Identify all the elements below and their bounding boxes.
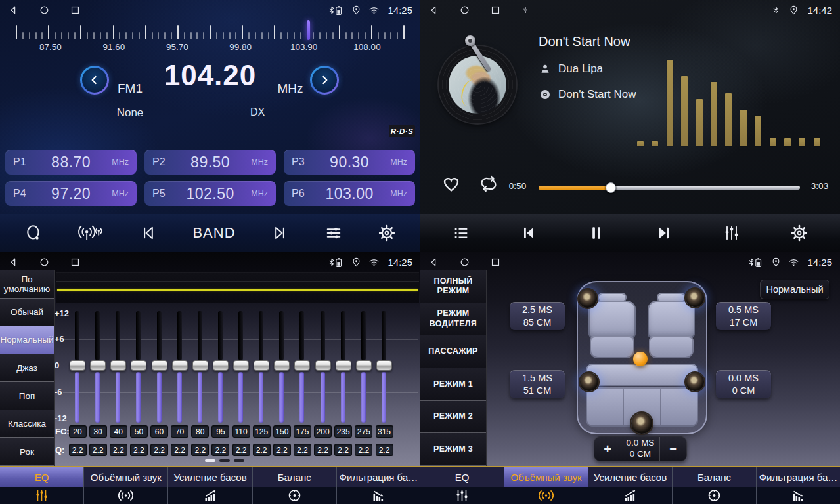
preset-button-p1[interactable]: P188.70MHz <box>5 150 137 175</box>
tab-balance[interactable]: Баланс <box>253 467 337 504</box>
tab-eq[interactable]: EQ <box>0 467 84 504</box>
slider-thumb[interactable] <box>315 360 331 371</box>
fc-value[interactable]: 95 <box>211 425 229 438</box>
pause-button[interactable] <box>587 224 606 242</box>
tab-bass-boost[interactable]: Усиление басов <box>588 467 673 504</box>
q-value[interactable]: 2.2 <box>376 444 393 456</box>
home-icon[interactable] <box>39 5 50 16</box>
recents-icon[interactable] <box>490 257 501 268</box>
tune-down-button[interactable] <box>80 66 109 94</box>
home-icon[interactable] <box>459 257 470 268</box>
tab-balance[interactable]: Баланс <box>673 467 757 504</box>
soundfield-mode-item[interactable]: РЕЖИМ 1 <box>420 368 486 401</box>
q-value[interactable]: 2.2 <box>150 444 168 456</box>
slider-thumb[interactable] <box>152 360 167 371</box>
back-icon[interactable] <box>8 257 19 268</box>
q-value[interactable]: 2.2 <box>232 444 250 456</box>
previous-track-button[interactable] <box>519 224 538 242</box>
preset-button-p6[interactable]: P6103.00MHz <box>284 181 415 206</box>
fc-value[interactable]: 200 <box>314 425 332 438</box>
tab-surround[interactable]: Объёмный звук <box>504 467 588 504</box>
q-value[interactable]: 2.2 <box>334 444 352 456</box>
audio-settings-button[interactable] <box>324 224 343 242</box>
rear-right-delay[interactable]: 0.0 MS 0 CM <box>716 370 771 398</box>
fc-value[interactable]: 80 <box>191 425 209 438</box>
soundfield-mode-item[interactable]: РЕЖИМ 2 <box>420 401 486 434</box>
tune-up-button[interactable] <box>310 66 339 94</box>
q-value[interactable]: 2.2 <box>110 444 127 456</box>
tuner-dial[interactable]: 87.5091.6095.7099.80103.90108.00 <box>0 20 420 54</box>
q-value[interactable]: 2.2 <box>273 444 291 456</box>
recents-icon[interactable] <box>70 257 81 268</box>
eq-band-slider-150hz[interactable] <box>272 310 292 423</box>
fc-value[interactable]: 235 <box>334 425 352 438</box>
eq-band-slider-70hz[interactable] <box>170 310 190 423</box>
q-value[interactable]: 2.2 <box>314 444 332 456</box>
eq-band-slider-80hz[interactable] <box>190 310 210 423</box>
increase-delay-button[interactable]: + <box>594 437 621 461</box>
eq-preset-item[interactable]: Классика <box>0 410 54 438</box>
eq-band-slider-60hz[interactable] <box>150 310 169 423</box>
next-track-button[interactable] <box>655 224 673 242</box>
progress-thumb[interactable] <box>606 182 616 193</box>
home-icon[interactable] <box>39 257 50 268</box>
eq-preset-item[interactable]: Джаз <box>0 354 54 383</box>
audio-settings-button[interactable] <box>722 224 741 242</box>
fc-value[interactable]: 175 <box>294 425 311 438</box>
q-value[interactable]: 2.2 <box>294 444 311 456</box>
next-station-button[interactable] <box>271 224 289 242</box>
decrease-delay-button[interactable]: − <box>660 437 686 461</box>
eq-band-slider-30hz[interactable] <box>88 310 108 423</box>
preset-button-p4[interactable]: P497.20MHz <box>5 181 137 206</box>
progress-bar[interactable] <box>539 186 800 190</box>
settings-button[interactable] <box>378 224 396 242</box>
back-icon[interactable] <box>428 5 439 16</box>
band-page-dot[interactable] <box>234 459 244 462</box>
fc-value[interactable]: 20 <box>69 425 87 438</box>
preset-button-p3[interactable]: P390.30MHz <box>284 150 415 175</box>
slider-thumb[interactable] <box>336 360 351 371</box>
eq-band-slider-40hz[interactable] <box>108 310 128 423</box>
eq-band-slider-200hz[interactable] <box>313 310 333 423</box>
slider-thumb[interactable] <box>254 360 269 371</box>
scan-button[interactable] <box>24 224 43 242</box>
q-value[interactable]: 2.2 <box>171 444 188 456</box>
eq-band-slider-315hz[interactable] <box>374 310 394 423</box>
band-button[interactable]: BAND <box>192 224 235 242</box>
slider-thumb[interactable] <box>356 360 372 371</box>
recents-icon[interactable] <box>70 5 81 16</box>
previous-station-button[interactable] <box>139 224 158 242</box>
fc-value[interactable]: 30 <box>89 425 107 438</box>
q-value[interactable]: 2.2 <box>191 444 209 456</box>
fc-value[interactable]: 275 <box>355 425 372 438</box>
slider-thumb[interactable] <box>192 360 208 371</box>
front-right-delay[interactable]: 0.5 MS 17 CM <box>716 302 771 330</box>
slider-thumb[interactable] <box>294 360 310 371</box>
eq-preset-item[interactable]: Поп <box>0 382 54 410</box>
fc-value[interactable]: 110 <box>232 425 250 438</box>
preset-button-p2[interactable]: P289.50MHz <box>144 150 276 175</box>
fc-value[interactable]: 125 <box>253 425 271 438</box>
favorite-button[interactable] <box>440 173 462 194</box>
q-value[interactable]: 2.2 <box>211 444 229 456</box>
playlist-button[interactable] <box>452 224 470 242</box>
q-value[interactable]: 2.2 <box>355 444 372 456</box>
eq-band-slider-20hz[interactable] <box>68 310 87 423</box>
listening-position-marker[interactable] <box>633 352 648 366</box>
slider-thumb[interactable] <box>213 360 229 371</box>
eq-band-slider-50hz[interactable] <box>129 310 148 423</box>
eq-preset-item[interactable]: По умолчанию <box>0 270 54 299</box>
eq-band-slider-110hz[interactable] <box>231 310 251 423</box>
slider-thumb[interactable] <box>90 360 106 371</box>
rear-left-delay[interactable]: 1.5 MS 51 CM <box>510 370 565 398</box>
recents-icon[interactable] <box>490 5 501 16</box>
back-icon[interactable] <box>8 5 19 16</box>
soundfield-mode-item[interactable]: РЕЖИМ ВОДИТЕЛЯ <box>420 303 486 336</box>
eq-preset-item[interactable]: Обычай <box>0 299 54 327</box>
eq-band-slider-175hz[interactable] <box>292 310 312 423</box>
slider-thumb[interactable] <box>376 360 392 371</box>
eq-band-slider-95hz[interactable] <box>211 310 231 423</box>
soundfield-preset-button[interactable]: Нормальный <box>760 280 829 299</box>
settings-button[interactable] <box>790 224 808 242</box>
slider-thumb[interactable] <box>233 360 249 371</box>
